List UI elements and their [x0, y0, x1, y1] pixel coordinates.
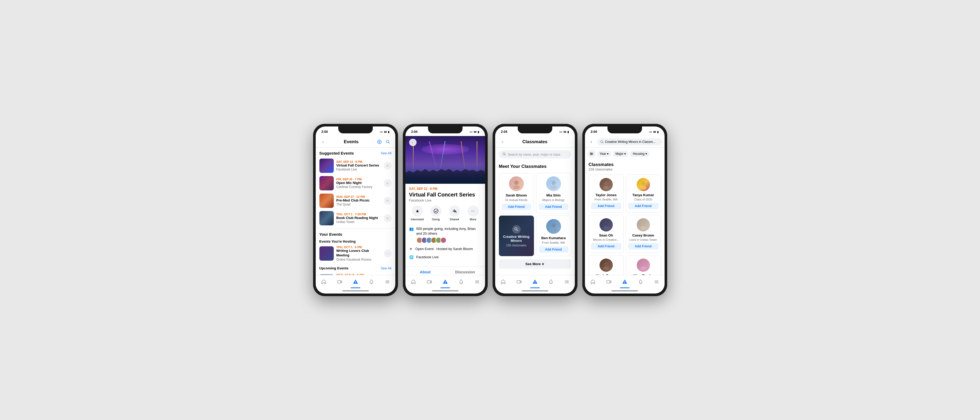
classmates-results-title: Classmates	[589, 162, 661, 167]
back-button-2[interactable]: ‹	[409, 139, 417, 146]
classmate-card-taylor[interactable]: Taylor Jones From Seattle, WA Add Friend	[589, 174, 624, 212]
classmate-card-casey[interactable]: Casey Brown Lives in Unitas Tower Add Fr…	[626, 215, 661, 253]
see-all-suggested[interactable]: See All	[381, 151, 391, 155]
nav-groups-3[interactable]	[527, 275, 543, 288]
save-event-3[interactable]: ☆	[383, 197, 391, 205]
tab-discussion[interactable]: Discussion	[445, 267, 485, 275]
back-button-3[interactable]: ‹	[499, 138, 506, 146]
filter-settings-btn[interactable]	[587, 150, 595, 158]
share-button[interactable]: Share▾	[446, 206, 463, 221]
nav-menu-1[interactable]	[379, 275, 395, 288]
event-info-2: FRI, SEP 25 · 7 PM Open Mic Night Cardin…	[336, 178, 381, 189]
phone-1: 2:04 ▪▪▪ 𝗪 ▮ ‹ Events	[313, 124, 398, 296]
add-event-button[interactable]	[376, 138, 383, 146]
add-friend-sean[interactable]: Add Friend	[591, 243, 621, 249]
nav-menu-4[interactable]	[649, 275, 665, 288]
nav-home-4[interactable]	[585, 275, 601, 288]
page-title-1: Events	[327, 139, 376, 144]
interested-button[interactable]: ★ Interested	[409, 206, 426, 221]
nav-bell-4[interactable]	[633, 275, 649, 288]
save-event-2[interactable]: ☆	[383, 179, 391, 187]
classmate-card-alice[interactable]: Alice Rissler Add Friend	[626, 255, 661, 275]
attendees-text: 500 people going, including Amy, Brian a…	[416, 227, 476, 235]
back-button-4[interactable]: ‹	[587, 138, 595, 146]
detail-tabs: About Discussion	[406, 266, 485, 275]
event-item-3[interactable]: SUN, SEP 27 · 12 PM Pre-Med Club Picnic …	[316, 192, 395, 209]
signal-icon-3: ▪▪▪	[560, 130, 562, 133]
filter-housing-chip[interactable]: Housing ▾	[630, 151, 649, 157]
back-button-1[interactable]: ‹	[320, 138, 327, 146]
classmate-card-sean[interactable]: Sean Oh Minors in Creative... Add Friend	[589, 215, 624, 253]
nav-bell-2[interactable]	[453, 275, 469, 288]
nav-video-4[interactable]	[601, 275, 617, 288]
see-all-upcoming[interactable]: See All	[381, 266, 391, 270]
add-friend-casey[interactable]: Add Friend	[628, 243, 659, 249]
going-button[interactable]: Going	[428, 206, 444, 221]
classmates-search[interactable]: Search by name, year, major or class	[499, 151, 571, 158]
upcoming-event[interactable]: WED, SEP 16 · 5 PM Unitas Tower Meet-up …	[316, 272, 395, 275]
classmate-card-writing[interactable]: Creative Writing Minors 156 classmates	[499, 216, 534, 256]
classmate-card-tanya[interactable]: Tanya Kumar Class of 2020 Add Friend	[626, 174, 661, 212]
filter-major-label: Major ▾	[616, 152, 626, 155]
nav-groups-2[interactable]	[437, 275, 453, 288]
add-friend-tanya[interactable]: Add Friend	[628, 203, 659, 209]
event-info-4: THU, OCT 1 · 7:30 PM Book Club Reading N…	[336, 212, 381, 224]
stage-glow	[422, 144, 469, 155]
bottom-nav-3	[495, 275, 575, 288]
event-item-1[interactable]: SAT, SEP 12 · 8 PM Virtual Fall Concert …	[316, 157, 395, 174]
nav-video-1[interactable]	[332, 275, 348, 288]
search-query-text: Creative Writing Minors in Classm...	[605, 140, 656, 144]
classmate-info-sean: Minors in Creative...	[593, 238, 619, 241]
svg-point-49	[591, 154, 592, 154]
filter-year-chip[interactable]: Year ▾	[597, 151, 611, 157]
add-friend-sarah[interactable]: Add Friend	[502, 204, 531, 210]
nav-bell-1[interactable]	[363, 275, 379, 288]
filter-major-chip[interactable]: Major ▾	[613, 151, 628, 157]
classmate-card-noah[interactable]: Noah Green Add Friend	[589, 255, 624, 275]
nav-groups-1[interactable]	[348, 275, 363, 288]
detail-main: SAT, SEP 12 · 8 PM Virtual Fall Concert …	[406, 184, 485, 265]
home-bar-1	[342, 290, 369, 292]
avatar-tanya	[637, 178, 650, 191]
filter-icon: ▼	[409, 247, 413, 251]
face-6	[440, 237, 447, 243]
svg-point-32	[552, 223, 556, 228]
classmate-card-sarah[interactable]: Sarah Bloom 31 mutual friends Add Friend	[499, 173, 534, 214]
tab-about[interactable]: About	[406, 267, 445, 275]
nav-groups-4[interactable]	[617, 275, 633, 288]
hosting-menu[interactable]: ···	[383, 249, 391, 257]
save-event-4[interactable]: ☆	[383, 214, 391, 222]
nav-video-3[interactable]	[511, 275, 527, 288]
nav-home-2[interactable]	[406, 275, 422, 288]
add-friend-mia[interactable]: Add Friend	[539, 204, 568, 210]
search-button-1[interactable]	[384, 138, 391, 146]
share-icon	[449, 206, 460, 217]
phone-3: 2:04 ▪▪▪ 𝗪 ▮ ‹ Classmates	[493, 124, 578, 296]
nav-video-2[interactable]	[422, 275, 437, 288]
save-event-1[interactable]: ☆	[383, 162, 391, 170]
svg-point-33	[550, 228, 557, 232]
more-label: More	[470, 218, 476, 221]
nav-menu-2[interactable]	[469, 275, 485, 288]
nav-menu-3[interactable]	[559, 275, 575, 288]
event-item-4[interactable]: THU, OCT 1 · 7:30 PM Book Club Reading N…	[316, 209, 395, 227]
status-icons-2: ▪▪▪ 𝗪 ▮	[470, 130, 479, 133]
add-friend-ben[interactable]: Add Friend	[539, 246, 568, 253]
classmate-card-ben[interactable]: Ben Kumahara From Seattle, WA Add Friend	[536, 216, 571, 256]
event-item-2[interactable]: FRI, SEP 25 · 7 PM Open Mic Night Cardin…	[316, 174, 395, 192]
svg-point-28	[552, 181, 556, 185]
hosting-event[interactable]: THU, OCT 1 · 6 PM Writing Lovers Club Me…	[316, 244, 395, 263]
classmate-card-mia[interactable]: Mia Shin Majors in Biology Add Friend	[536, 173, 571, 214]
nav-home-1[interactable]	[316, 275, 332, 288]
add-friend-taylor[interactable]: Add Friend	[591, 203, 621, 209]
home-indicator-3	[495, 288, 575, 293]
svg-point-66	[624, 283, 625, 284]
classmate-info-casey: Lives in Unitas Tower	[630, 238, 657, 241]
more-button[interactable]: ··· More	[465, 206, 481, 221]
nav-home-3[interactable]	[495, 275, 511, 288]
search-input-4[interactable]: Creative Writing Minors in Classm...	[597, 138, 662, 145]
nav-bell-3[interactable]	[543, 275, 559, 288]
svg-point-14	[434, 209, 438, 213]
see-more-button[interactable]: See More ∨	[499, 259, 571, 269]
event-detail-subtitle: Facebook Live	[409, 198, 481, 202]
